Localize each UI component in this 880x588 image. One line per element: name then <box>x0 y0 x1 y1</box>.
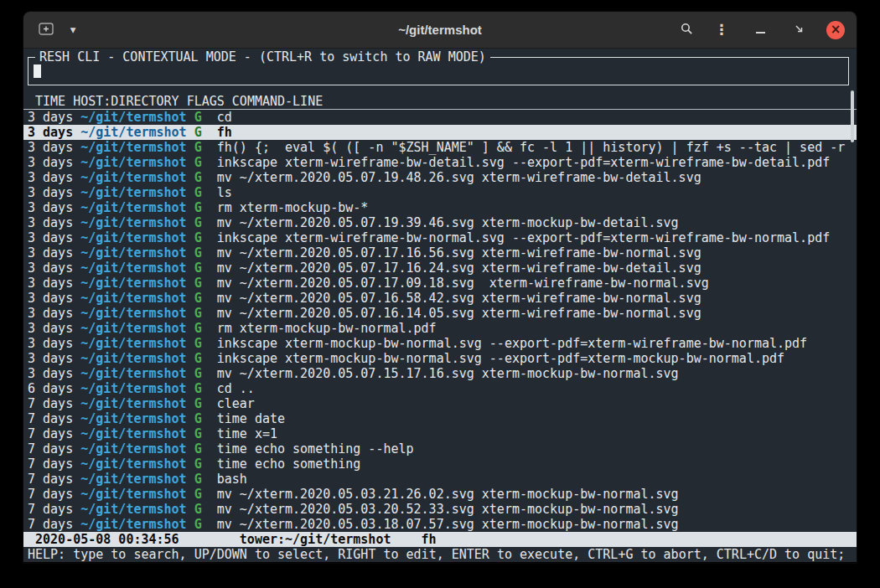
row-flags: G <box>194 200 217 215</box>
row-directory: ~/git/termshot <box>80 351 194 366</box>
row-directory: ~/git/termshot <box>80 456 194 472</box>
menu-button[interactable]: ⋮ <box>711 19 732 41</box>
row-command: time echo something <box>217 456 361 472</box>
scrollbar-thumb[interactable] <box>851 90 854 142</box>
row-time: 7 days <box>28 517 80 532</box>
history-row[interactable]: 3 days~/git/termshotGmv ~/xterm.2020.05.… <box>23 245 857 260</box>
history-row[interactable]: 7 days~/git/termshotGtime echo something <box>23 456 857 472</box>
row-flags: G <box>194 306 217 321</box>
row-flags: G <box>194 441 217 456</box>
history-row[interactable]: 7 days~/git/termshotGtime echo something… <box>23 441 857 456</box>
status-datetime: 2020-05-08 00:34:56 <box>35 532 179 547</box>
row-directory: ~/git/termshot <box>80 336 194 351</box>
row-flags: G <box>194 321 217 336</box>
history-row[interactable]: 3 days~/git/termshotGmv ~/xterm.2020.05.… <box>23 366 857 381</box>
titlebar-left-controls: ▾ <box>34 19 84 41</box>
row-flags: G <box>194 245 217 260</box>
row-command: inkscape xterm-mockup-bw-normal.svg --ex… <box>217 336 807 351</box>
history-row[interactable]: 3 days~/git/termshotGmv ~/xterm.2020.05.… <box>23 260 857 276</box>
history-row[interactable]: 3 days~/git/termshotGfh <box>23 125 857 140</box>
history-row[interactable]: 6 days~/git/termshotGcd .. <box>23 381 857 396</box>
history-row[interactable]: 3 days~/git/termshotGmv ~/xterm.2020.05.… <box>23 170 857 185</box>
row-command: mv ~/xterm.2020.05.07.19.48.26.svg xterm… <box>217 170 701 185</box>
row-directory: ~/git/termshot <box>80 366 194 381</box>
row-flags: G <box>194 487 217 502</box>
history-row[interactable]: 3 days~/git/termshotGcd <box>23 110 857 125</box>
minimize-button[interactable] <box>749 19 771 41</box>
history-rows: 3 days~/git/termshotGcd 3 days~/git/term… <box>23 110 857 532</box>
row-directory: ~/git/termshot <box>80 200 194 215</box>
row-command: time date <box>217 411 285 426</box>
history-row[interactable]: 3 days~/git/termshotGmv ~/xterm.2020.05.… <box>23 215 857 230</box>
history-row[interactable]: 7 days~/git/termshotGbash <box>23 472 857 487</box>
minimize-icon <box>756 32 765 34</box>
row-directory: ~/git/termshot <box>80 185 194 200</box>
search-icon <box>681 23 693 38</box>
row-directory: ~/git/termshot <box>80 155 194 170</box>
search-button[interactable] <box>676 19 697 41</box>
row-command: cd .. <box>217 381 255 396</box>
history-row[interactable]: 3 days~/git/termshotGinkscape xterm-mock… <box>23 351 857 366</box>
history-row[interactable]: 7 days~/git/termshotGtime date <box>23 411 857 426</box>
close-icon: × <box>831 23 841 36</box>
row-directory: ~/git/termshot <box>80 472 194 487</box>
row-command: mv ~/xterm.2020.05.07.16.58.42.svg xterm… <box>217 291 701 306</box>
history-row[interactable]: 7 days~/git/termshotGtime x=1 <box>23 426 857 441</box>
row-flags: G <box>194 260 217 276</box>
search-box: RESH CLI - CONTEXTUAL MODE - (CTRL+R to … <box>28 57 849 85</box>
tab-list-dropdown-button[interactable]: ▾ <box>62 19 84 41</box>
kebab-menu-icon: ⋮ <box>715 23 729 37</box>
terminal-content[interactable]: RESH CLI - CONTEXTUAL MODE - (CTRL+R to … <box>23 49 857 562</box>
row-flags: G <box>194 351 217 366</box>
row-command: rm xterm-mockup-bw-* <box>217 200 369 215</box>
row-command: inkscape xterm-wireframe-bw-normal.svg -… <box>217 230 831 245</box>
row-command: mv ~/xterm.2020.05.07.17.16.24.svg xterm… <box>217 260 701 276</box>
row-directory: ~/git/termshot <box>80 276 194 291</box>
row-directory: ~/git/termshot <box>80 441 194 456</box>
history-row[interactable]: 3 days~/git/termshotGrm xterm-mockup-bw-… <box>23 321 857 336</box>
row-flags: G <box>194 276 217 291</box>
history-row[interactable]: 7 days~/git/termshotGmv ~/xterm.2020.05.… <box>23 502 857 517</box>
history-row[interactable]: 3 days~/git/termshotGinkscape xterm-wire… <box>23 155 857 170</box>
row-flags: G <box>194 215 217 230</box>
row-command: cd <box>217 110 232 125</box>
row-flags: G <box>194 155 217 170</box>
history-row[interactable]: 3 days~/git/termshotGinkscape xterm-mock… <box>23 336 857 351</box>
row-directory: ~/git/termshot <box>80 215 194 230</box>
history-row[interactable]: 3 days~/git/termshotGrm xterm-mockup-bw-… <box>23 200 857 215</box>
history-row[interactable]: 7 days~/git/termshotGmv ~/xterm.2020.05.… <box>23 517 857 532</box>
row-directory: ~/git/termshot <box>80 321 194 336</box>
row-time: 7 days <box>28 426 80 441</box>
row-command: mv ~/xterm.2020.05.03.18.07.57.svg xterm… <box>217 517 679 532</box>
restore-icon <box>794 23 805 37</box>
restore-button[interactable] <box>788 19 810 41</box>
row-time: 3 days <box>28 366 80 381</box>
row-command: inkscape xterm-wireframe-bw-detail.svg -… <box>217 155 831 170</box>
row-time: 7 days <box>28 396 80 411</box>
history-row[interactable]: 3 days~/git/termshotGls <box>23 185 857 200</box>
history-row[interactable]: 7 days~/git/termshotGclear <box>23 396 857 411</box>
row-command: bash <box>217 472 247 487</box>
history-row[interactable]: 7 days~/git/termshotGmv ~/xterm.2020.05.… <box>23 487 857 502</box>
row-directory: ~/git/termshot <box>80 411 194 426</box>
row-time: 3 days <box>28 140 80 155</box>
row-command: mv ~/xterm.2020.05.03.21.26.02.svg xterm… <box>217 487 679 502</box>
row-time: 3 days <box>28 200 80 215</box>
table-header: TIME HOST:DIRECTORY FLAGS COMMAND-LINE <box>23 94 857 110</box>
row-flags: G <box>194 366 217 381</box>
window-title: ~/git/termshot <box>398 23 482 37</box>
row-flags: G <box>194 140 217 155</box>
history-row[interactable]: 3 days~/git/termshotGinkscape xterm-wire… <box>23 230 857 245</box>
row-time: 3 days <box>28 125 80 140</box>
row-directory: ~/git/termshot <box>80 291 194 306</box>
history-row[interactable]: 3 days~/git/termshotGfh() {; eval $( ([ … <box>23 140 857 155</box>
history-row[interactable]: 3 days~/git/termshotGmv ~/xterm.2020.05.… <box>23 276 857 291</box>
history-row[interactable]: 3 days~/git/termshotGmv ~/xterm.2020.05.… <box>23 291 857 306</box>
history-row[interactable]: 3 days~/git/termshotGmv ~/xterm.2020.05.… <box>23 306 857 321</box>
titlebar[interactable]: ▾ ~/git/termshot ⋮ <box>23 12 857 49</box>
new-tab-button[interactable] <box>34 19 59 41</box>
row-flags: G <box>194 336 217 351</box>
row-time: 3 days <box>28 110 80 125</box>
row-command: ls <box>217 185 232 200</box>
close-button[interactable]: × <box>826 21 845 39</box>
